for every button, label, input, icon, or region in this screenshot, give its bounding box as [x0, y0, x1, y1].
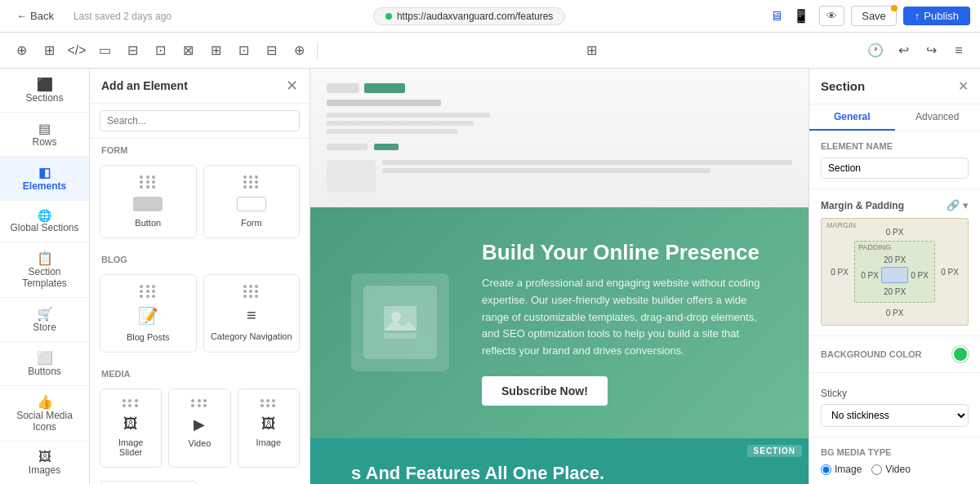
media-section-label: Media	[90, 362, 310, 385]
left-sidebar: ⬛ Sections ▤ Rows ◧ Elements 🌐 Global Se…	[0, 69, 90, 484]
url-pill: https://audaxvanguard.com/features	[373, 7, 565, 25]
video-icon: ▶	[194, 415, 205, 433]
history-icon[interactable]: 🕐	[864, 39, 887, 62]
bg-media-video-radio[interactable]	[871, 464, 882, 475]
canvas-preview-section	[310, 69, 808, 207]
element-item-video[interactable]: ▶ Video	[168, 389, 230, 468]
bg-media-type-section: BG Media Type Image Video	[809, 437, 980, 484]
sidebar-item-buttons[interactable]: ⬜ Buttons	[0, 342, 89, 386]
bg-media-image-radio[interactable]	[821, 464, 831, 475]
tab-general[interactable]: General	[809, 104, 895, 131]
settings-icon[interactable]: ⊟	[260, 39, 283, 62]
padding-bottom-value: 20 PX	[860, 285, 929, 297]
element-item-form[interactable]: Form	[203, 165, 301, 238]
margin-padding-link-icon[interactable]: 🔗 ▾	[947, 199, 969, 211]
canvas: Build Your Online Presence Create a prof…	[310, 69, 808, 484]
canvas-preview-content	[310, 75, 808, 201]
back-button[interactable]: ← Back	[10, 7, 60, 25]
form-elements-grid: Button Form	[90, 162, 310, 248]
save-button[interactable]: Save	[851, 6, 897, 26]
sticky-label: Sticky	[821, 388, 847, 399]
element-name-label: Element name	[821, 141, 969, 151]
category-nav-dots	[243, 285, 260, 298]
button-icon[interactable]: ⊠	[176, 39, 199, 62]
desktop-view-button[interactable]: 🖥	[767, 6, 786, 27]
button-preview-icon	[133, 197, 163, 211]
image-dots	[261, 399, 277, 407]
image-slider-icon: 🖼	[123, 415, 138, 433]
element-panel-title: Add an Element	[101, 79, 188, 92]
margin-label-text: MARGIN	[826, 221, 856, 229]
canvas-inner: Build Your Online Presence Create a prof…	[310, 69, 808, 484]
blog-elements-grid: 📝 Blog Posts ≡ Category Navigation	[90, 271, 310, 362]
image-slider-dots	[122, 399, 139, 407]
layers-icon[interactable]: ⊞	[38, 39, 60, 62]
top-bar-actions: 👁 Save ↑ Publish	[819, 6, 970, 26]
sidebar-item-rows[interactable]: ▤ Rows	[0, 113, 89, 157]
margin-padding-label: Margin & Padding	[821, 200, 904, 211]
add-element-icon[interactable]: ⊕	[10, 39, 33, 62]
sidebar-item-social-media-icons[interactable]: 👍 Social Media Icons	[0, 386, 89, 442]
column-icon[interactable]: ⊡	[149, 39, 172, 62]
right-panel-title: Section	[821, 79, 865, 93]
panel-tabs: General Advanced	[809, 104, 980, 131]
right-panel: Section ✕ General Advanced Element name …	[808, 69, 980, 484]
element-panel-close-button[interactable]: ✕	[286, 78, 298, 93]
button-element-dots	[140, 175, 156, 189]
form-element-dots	[243, 175, 260, 189]
sidebar-item-images[interactable]: 🖼 Images	[0, 442, 89, 484]
layout-toggle-icon[interactable]: ⊞	[581, 39, 604, 62]
sidebar-item-elements[interactable]: ◧ Elements	[0, 157, 89, 201]
form-icon[interactable]: ⊞	[204, 39, 227, 62]
element-search-input[interactable]	[100, 110, 300, 131]
padding-top-value: 20 PX	[860, 253, 929, 265]
mobile-view-button[interactable]: 📱	[790, 5, 813, 27]
sticky-row: Sticky	[821, 383, 969, 404]
element-item-image[interactable]: 🖼 Image	[238, 389, 300, 468]
sidebar-item-section-templates[interactable]: 📋 Section Templates	[0, 242, 89, 298]
main-layout: ⬛ Sections ▤ Rows ◧ Elements 🌐 Global Se…	[0, 69, 980, 484]
blog-posts-dots	[140, 285, 156, 298]
margin-bottom-value: 0 PX	[828, 306, 961, 318]
element-name-input[interactable]	[821, 158, 969, 179]
margin-padding-section: Margin & Padding 🔗 ▾ MARGIN 0 PX 0 PX PA…	[809, 189, 980, 336]
sticky-select[interactable]: No stickiness Sticky top Sticky bottom	[821, 404, 969, 427]
publish-icon: ↑	[915, 10, 920, 22]
teal-section-heading: s And Features All One Place.	[351, 463, 768, 484]
subscribe-button[interactable]: Subscribe Now!	[482, 376, 608, 406]
element-item-faq[interactable]: ≡ FAQ	[100, 481, 198, 484]
svg-rect-1	[384, 333, 416, 339]
element-item-category-navigation[interactable]: ≡ Category Navigation	[203, 274, 301, 353]
tab-advanced[interactable]: Advanced	[895, 104, 981, 131]
top-bar: ← Back Last saved 2 days ago https://aud…	[0, 0, 980, 33]
publish-button[interactable]: ↑ Publish	[903, 7, 970, 25]
media-icon[interactable]: ⊡	[232, 39, 255, 62]
element-item-button[interactable]: Button	[100, 165, 197, 238]
banner-image-placeholder	[363, 286, 437, 359]
row-icon[interactable]: ⊟	[121, 39, 144, 62]
widgets-icon[interactable]: ⊕	[287, 39, 310, 62]
element-item-blog-posts[interactable]: 📝 Blog Posts	[100, 274, 197, 353]
undo-icon[interactable]: ↩	[892, 39, 915, 62]
toolbar-separator	[317, 42, 318, 59]
sidebar-item-store[interactable]: 🛒 Store	[0, 298, 89, 342]
save-dot	[891, 5, 898, 11]
element-name-section: Element name	[809, 131, 980, 189]
code-icon[interactable]: </>	[65, 39, 88, 62]
right-panel-close-button[interactable]: ✕	[958, 78, 969, 94]
padding-box: PADDING 20 PX 0 PX 0 PX 20 PX	[854, 241, 935, 303]
section-icon[interactable]: ▭	[93, 39, 116, 62]
element-item-image-slider[interactable]: 🖼 Image Slider	[100, 389, 162, 468]
more-icon[interactable]: ≡	[947, 39, 970, 62]
bg-color-swatch[interactable]	[952, 346, 969, 362]
redo-icon[interactable]: ↪	[920, 39, 942, 62]
bg-color-section: BACKGROUND COLOR	[809, 336, 980, 373]
sidebar-item-global-sections[interactable]: 🌐 Global Sections	[0, 201, 89, 242]
element-panel-search	[90, 104, 310, 139]
bg-media-video-option[interactable]: Video	[871, 464, 910, 475]
back-arrow-icon: ←	[16, 10, 27, 22]
preview-button[interactable]: 👁	[819, 6, 844, 26]
bg-media-image-option[interactable]: Image	[821, 464, 862, 475]
sidebar-item-sections[interactable]: ⬛ Sections	[0, 69, 89, 113]
canvas-banner-section: Build Your Online Presence Create a prof…	[310, 207, 808, 438]
